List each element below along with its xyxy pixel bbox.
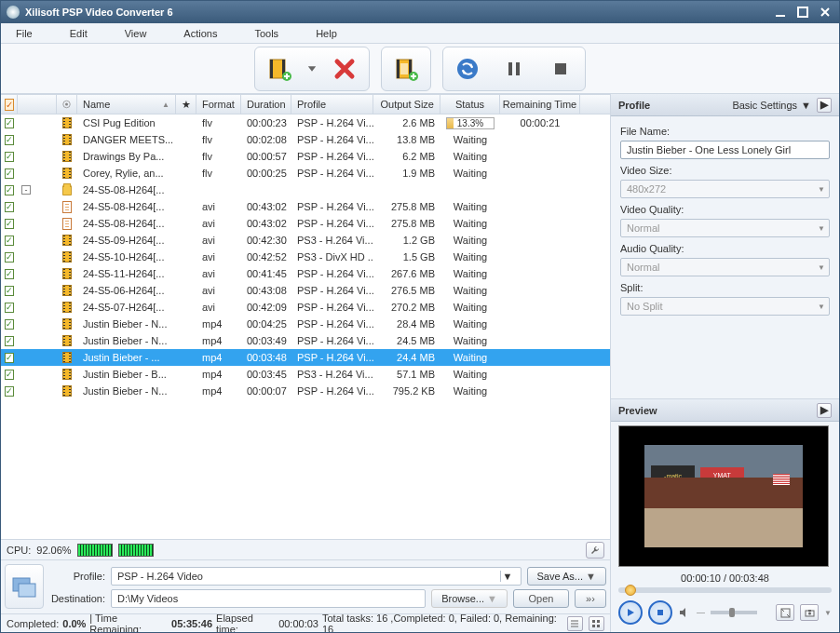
row-checkbox[interactable] <box>5 353 14 363</box>
file-type-icon <box>57 198 77 215</box>
basic-settings-dropdown[interactable]: Basic Settings ▼ <box>732 100 811 111</box>
row-checkbox[interactable] <box>5 336 14 346</box>
minimize-button[interactable] <box>772 5 789 20</box>
profile-select[interactable]: PSP - H.264 Video▼ <box>111 567 522 586</box>
browse-button[interactable]: Browse... ▼ <box>431 589 508 608</box>
maximize-button[interactable] <box>794 5 811 20</box>
table-row[interactable]: CSI Pug Editionflv00:00:23PSP - H.264 Vi… <box>1 114 610 131</box>
table-row[interactable]: Justin Bieber - N...mp400:03:49PSP - H.2… <box>1 332 610 349</box>
snapshot-dropdown[interactable]: ▼ <box>824 609 832 617</box>
settings-button[interactable] <box>586 542 604 559</box>
menu-help[interactable]: Help <box>316 28 337 39</box>
fullscreen-button[interactable] <box>776 604 794 621</box>
save-as-button[interactable]: Save As... ▼ <box>527 567 606 586</box>
table-row[interactable]: -24-S5-08-H264[... <box>1 182 610 198</box>
menu-view[interactable]: View <box>125 28 147 39</box>
convert-button[interactable] <box>447 51 488 87</box>
video-quality-label: Video Quality: <box>620 204 830 215</box>
video-quality-select[interactable]: Normal <box>620 219 830 237</box>
filename-input[interactable]: Justin Bieber - One Less Lonely Girl <box>620 141 830 159</box>
videosize-label: Video Size: <box>620 165 830 176</box>
play-button[interactable] <box>618 600 643 625</box>
table-row[interactable]: 24-S5-11-H264[...avi00:41:45PSP - H.264 … <box>1 265 610 282</box>
column-format[interactable]: Format <box>196 95 241 114</box>
file-type-icon <box>57 349 77 366</box>
delete-button[interactable] <box>324 51 365 87</box>
row-checkbox[interactable] <box>5 370 14 380</box>
open-button[interactable]: Open <box>513 589 569 608</box>
table-row[interactable]: Corey, Rylie, an...flv00:00:25PSP - H.26… <box>1 165 610 182</box>
profile-collapse-button[interactable]: ▶ <box>817 98 832 113</box>
row-checkbox[interactable] <box>5 303 14 313</box>
seek-slider[interactable] <box>618 587 832 593</box>
table-row[interactable]: 24-S5-06-H264[...avi00:43:08PSP - H.264 … <box>1 282 610 299</box>
add-file-dropdown[interactable] <box>305 51 318 87</box>
row-checkbox[interactable] <box>5 269 14 279</box>
row-checkbox[interactable] <box>5 185 14 195</box>
column-status[interactable]: Status <box>440 95 500 114</box>
row-checkbox[interactable] <box>5 168 14 179</box>
add-profile-button[interactable] <box>386 51 427 87</box>
column-duration[interactable]: Duration <box>241 95 291 114</box>
thumb-view-button[interactable] <box>589 616 604 631</box>
table-row[interactable]: Justin Bieber - N...mp400:04:25PSP - H.2… <box>1 316 610 332</box>
column-tree[interactable] <box>18 95 57 114</box>
menubar: File Edit View Actions Tools Help <box>1 23 839 44</box>
table-row[interactable]: 24-S5-08-H264[...avi00:43:02PSP - H.264 … <box>1 198 610 215</box>
row-checkbox[interactable] <box>5 236 14 246</box>
row-checkbox[interactable] <box>5 319 14 330</box>
table-row[interactable]: Drawings By Pa...flv00:00:57PSP - H.264 … <box>1 148 610 165</box>
preview-collapse-button[interactable]: ▶ <box>817 403 832 418</box>
svg-rect-22 <box>597 625 600 627</box>
volume-slider[interactable] <box>711 611 757 614</box>
table-row[interactable]: Justin Bieber - N...mp400:00:07PSP - H.2… <box>1 383 610 399</box>
preview-video[interactable]: -matic YMAT <box>618 425 829 567</box>
list-view-button[interactable] <box>567 616 583 631</box>
add-file-button[interactable] <box>259 51 300 87</box>
menu-file[interactable]: File <box>16 28 33 39</box>
svg-point-11 <box>457 59 478 79</box>
table-body[interactable]: CSI Pug Editionflv00:00:23PSP - H.264 Vi… <box>1 114 610 539</box>
videosize-select[interactable]: 480x272 <box>620 180 830 198</box>
split-select[interactable]: No Split <box>620 297 830 316</box>
column-remaining[interactable]: Remaining Time <box>500 95 580 114</box>
table-row[interactable]: 24-S5-08-H264[...avi00:43:02PSP - H.264 … <box>1 215 610 232</box>
destination-input[interactable]: D:\My Videos <box>111 589 426 608</box>
menu-edit[interactable]: Edit <box>70 28 88 39</box>
table-row[interactable]: 24-S5-07-H264[...avi00:42:09PSP - H.264 … <box>1 299 610 316</box>
column-output-size[interactable]: Output Size <box>373 95 440 114</box>
stop-button[interactable] <box>540 51 581 87</box>
cpu-graph-1 <box>77 544 113 557</box>
row-checkbox[interactable] <box>5 135 14 145</box>
row-checkbox[interactable] <box>5 118 14 128</box>
table-row[interactable]: Justin Bieber - B...mp400:03:45PS3 - H.2… <box>1 366 610 383</box>
table-row[interactable]: Justin Bieber - ...mp400:03:48PSP - H.26… <box>1 349 610 366</box>
menu-tools[interactable]: Tools <box>254 28 278 39</box>
table-row[interactable]: DANGER MEETS...flv00:02:08PSP - H.264 Vi… <box>1 131 610 148</box>
skip-button[interactable]: »› <box>575 589 606 608</box>
column-star[interactable]: ★ <box>176 95 196 114</box>
file-type-icon <box>57 299 77 316</box>
row-checkbox[interactable] <box>5 202 14 212</box>
row-checkbox[interactable] <box>5 152 14 162</box>
audio-quality-select[interactable]: Normal <box>620 258 830 276</box>
column-check[interactable] <box>1 95 18 114</box>
column-profile[interactable]: Profile <box>291 95 373 114</box>
menu-actions[interactable]: Actions <box>183 28 217 39</box>
snapshot-button[interactable] <box>800 604 819 621</box>
row-checkbox[interactable] <box>5 219 14 229</box>
pause-button[interactable] <box>494 51 535 87</box>
app-logo-icon <box>7 6 20 19</box>
table-row[interactable]: 24-S5-10-H264[...avi00:42:52PS3 - DivX H… <box>1 249 610 265</box>
column-name[interactable]: Name▲ <box>77 95 176 114</box>
row-checkbox[interactable] <box>5 286 14 296</box>
bottom-panel: Profile: PSP - H.264 Video▼ Save As... ▼… <box>1 559 610 613</box>
row-checkbox[interactable] <box>5 252 14 263</box>
column-type-icon[interactable] <box>57 95 77 114</box>
preview-time: 00:00:10 / 00:03:48 <box>618 572 832 584</box>
stop-preview-button[interactable] <box>648 600 672 625</box>
toolbar <box>1 44 839 94</box>
row-checkbox[interactable] <box>5 386 14 397</box>
table-row[interactable]: 24-S5-09-H264[...avi00:42:30PS3 - H.264 … <box>1 232 610 249</box>
close-button[interactable] <box>817 5 833 20</box>
